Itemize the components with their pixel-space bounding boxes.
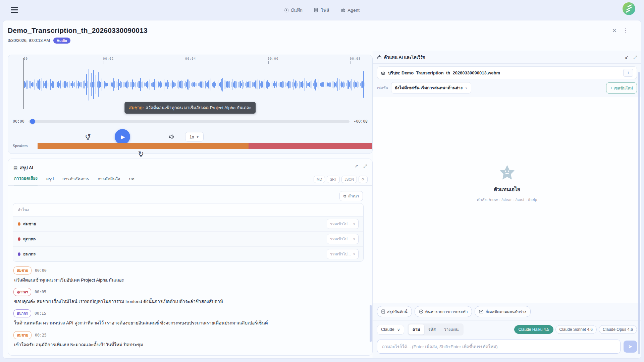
expand-icon[interactable]: ⤢ [634, 55, 637, 60]
summary-header: สรุป AI [20, 164, 33, 171]
page-title: Demo_Transcription_th_20260330090013 [8, 26, 148, 35]
summarize-note-button[interactable]: สรุปบันทึกนี้ [377, 306, 412, 317]
transcript-scrollbar[interactable] [370, 305, 372, 342]
chevron-down-icon: ∨ [353, 237, 355, 241]
merge-into-dropdown[interactable]: รวมเข้าไป...∨ [327, 234, 359, 244]
agent-commands-hint: คำสั่ง: /new · /clear · /cost · /help [373, 196, 641, 203]
files-button[interactable]: ไฟล์ [314, 6, 329, 14]
seek-thumb[interactable] [30, 119, 35, 124]
close-icon[interactable]: ✕ [612, 27, 617, 34]
kebab-menu-icon[interactable]: ⋮ [623, 27, 628, 34]
add-context-button[interactable]: + [623, 69, 633, 77]
find-action-items-button[interactable]: ค้นหารายการการกระทำ [415, 306, 472, 317]
model-claude-opus[interactable]: Claude Opus 4.6 [599, 325, 637, 334]
session-dropdown[interactable]: ยังไม่มีเซสชัน เริ่มการสนทนาด้านล่าง ∨ [391, 82, 471, 94]
expand-icon[interactable]: ⤢ [364, 164, 367, 169]
merge-into-dropdown[interactable]: รวมเข้าไป...∨ [327, 249, 359, 259]
play-button[interactable]: ▶ [115, 129, 130, 144]
merge-into-dropdown[interactable]: รวมเข้าไป...∨ [327, 219, 359, 229]
speaker-color-dot [18, 237, 20, 241]
panel-scrollbar[interactable] [638, 72, 640, 354]
copy-icon: ⧉ [343, 194, 346, 198]
copy-button[interactable]: ⧉ สำเนา [339, 191, 363, 201]
timeline-tick: 00 [23, 57, 28, 60]
timeline-tick: 00:08 [350, 57, 361, 60]
speaker-table-header: ลำโพง [13, 203, 363, 217]
open-external-icon[interactable]: ↗ [355, 164, 358, 169]
files-label: ไฟล์ [321, 6, 329, 14]
mode-code[interactable]: รหัส [424, 324, 440, 335]
speaker-segment[interactable] [249, 143, 372, 149]
playhead-cursor[interactable] [23, 58, 23, 109]
mode-ask[interactable]: ถาม [409, 324, 424, 335]
tab-chapters[interactable]: บท [129, 176, 134, 185]
speakers-label: Speakers [13, 144, 38, 148]
speaker-badge[interactable]: สุภาพร [13, 288, 31, 296]
speaker-badge[interactable]: สมชาย [13, 266, 32, 275]
robot-icon [377, 55, 382, 60]
agent-label: Agent [348, 8, 360, 13]
provider-dropdown[interactable]: Claude ∨ [377, 325, 404, 335]
speaker-badge[interactable]: สมชาย [13, 331, 32, 339]
utterance-text: ในด้านเทคนิค ความหน่วง API สูงกว่าที่คาด… [14, 320, 366, 326]
tab-summary[interactable]: สรุป [46, 176, 54, 185]
chevron-down-icon: ∨ [465, 86, 468, 89]
new-session-button[interactable]: + เซสชันใหม่ [606, 82, 637, 94]
rewind-30-button[interactable]: ↺30 [84, 132, 92, 141]
utterance-time: 00:25 [35, 333, 47, 338]
mail-icon [479, 310, 483, 313]
chevron-down-icon: ∨ [397, 327, 400, 332]
tooltip-speaker: สมชาย: [129, 105, 144, 110]
app-logo[interactable] [623, 2, 635, 15]
speaker-color-dot [18, 222, 20, 226]
chat-input[interactable] [377, 340, 621, 354]
playback-speed-button[interactable]: 1x ▼ [185, 132, 204, 142]
summary-doc-icon: ▤ [13, 165, 17, 170]
session-label: เซสชัน [377, 85, 388, 91]
menu-icon[interactable] [11, 7, 18, 13]
utterance-text: ขอบคุณค่ะ สมชาย เรื่องไทม์ไลน์ เราพบปัญห… [14, 299, 366, 305]
speaker-segment[interactable] [38, 143, 249, 149]
export-md-button[interactable]: MD [314, 176, 325, 183]
collapse-icon[interactable]: ↙ [625, 55, 629, 60]
volume-button[interactable] [169, 134, 175, 140]
refresh-icon[interactable]: ⟳ [359, 176, 368, 183]
audio-type-badge: Audio [53, 38, 70, 44]
speed-value: 1x [190, 134, 194, 139]
draft-followup-email-button[interactable]: อีเมลติดตามผลฉบับร่าง [475, 306, 530, 317]
robot-icon [341, 8, 346, 13]
waveform[interactable] [23, 64, 366, 105]
send-button[interactable]: ➤ [624, 341, 637, 353]
chevron-down-icon: ▼ [196, 135, 199, 138]
chevron-down-icon: ∨ [353, 252, 355, 256]
record-button[interactable]: บันทึก [284, 6, 303, 14]
agent-button[interactable]: Agent [341, 8, 360, 13]
top-nav: บันทึก ไฟล์ Agent [284, 6, 360, 14]
forward-10-button[interactable]: ↻10 [137, 150, 145, 159]
mode-plan[interactable]: วางแผน [440, 324, 463, 335]
speaker-badge[interactable]: ธนากร [13, 309, 31, 317]
export-json-button[interactable]: JSON [341, 176, 357, 183]
seek-slider[interactable] [29, 120, 350, 123]
agent-star-icon [499, 164, 516, 180]
play-icon: ▶ [121, 134, 125, 140]
model-claude-haiku[interactable]: Claude Haiku 4.5 [514, 325, 553, 334]
utterance-time: 00:15 [35, 311, 46, 316]
speaker-row: สุภาพร รวมเข้าไป...∨ [13, 232, 363, 247]
ai-summary-section: ▤ สรุป AI ↗ ⤢ การถอดเสียง สรุป การดำเนิน… [8, 159, 373, 356]
tab-transcription[interactable]: การถอดเสียง [14, 175, 38, 185]
utterance-text: เข้าใจครับ อนุมัติการเพิ่มงบประมาณและตั้… [14, 342, 366, 348]
tooltip-text: สวัสดีตอนเช้าทุกคน มาเริ่มอัปเดต Project… [146, 105, 252, 110]
speaker-color-dot [18, 252, 20, 256]
speaker-row: ธนากร รวมเข้าไป...∨ [13, 247, 363, 261]
tab-actions[interactable]: การดำเนินการ [62, 176, 89, 185]
chevron-down-icon: ∨ [353, 222, 355, 226]
send-icon: ➤ [628, 344, 633, 350]
check-circle-icon [419, 309, 423, 314]
export-srt-button[interactable]: SRT [327, 176, 340, 183]
speaker-row: สมชาย รวมเข้าไป...∨ [13, 217, 363, 232]
waveform-timeline: 00 00:02 00:04 00:06 00:08 [8, 57, 372, 64]
model-claude-sonnet[interactable]: Claude Sonnet 4.6 [555, 325, 597, 334]
tab-decisions[interactable]: การตัดสินใจ [98, 176, 120, 185]
transcript-entry: สุภาพร 00:05 ขอบคุณค่ะ สมชาย เรื่องไทม์ไ… [13, 288, 366, 305]
